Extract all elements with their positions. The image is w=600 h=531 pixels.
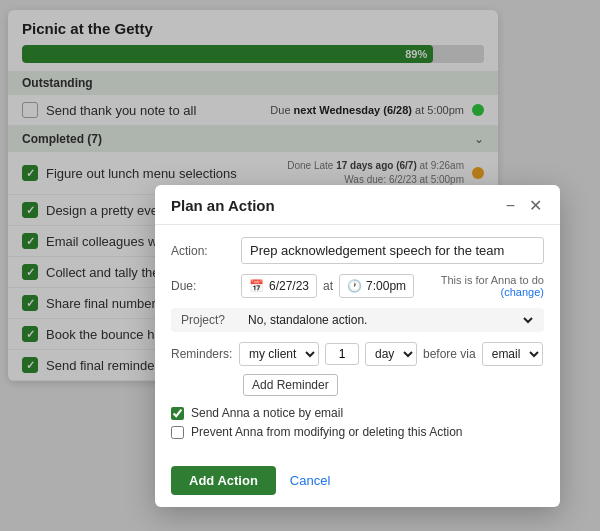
calendar-icon: 📅 xyxy=(249,279,264,293)
action-input[interactable] xyxy=(241,237,544,264)
due-row: Due: 📅 6/27/23 at 🕐 7:00pm This is for A… xyxy=(171,274,544,298)
reminder-who-select[interactable]: my client xyxy=(239,342,319,366)
change-link[interactable]: (change) xyxy=(501,286,544,298)
modal-title: Plan an Action xyxy=(171,197,275,214)
close-button[interactable]: ✕ xyxy=(527,198,544,214)
before-via-text: before via xyxy=(423,347,476,361)
due-label: Due: xyxy=(171,279,233,293)
checkbox-row-1: Send Anna a notice by email xyxy=(171,406,544,420)
modal-header: Plan an Action − ✕ xyxy=(155,185,560,225)
at-text: at xyxy=(323,279,333,293)
due-date-picker[interactable]: 📅 6/27/23 xyxy=(241,274,317,298)
prevent-modify-label: Prevent Anna from modifying or deleting … xyxy=(191,425,462,439)
action-label: Action: xyxy=(171,244,233,258)
reminder-channel-select[interactable]: email xyxy=(482,342,543,366)
due-inputs: 📅 6/27/23 at 🕐 7:00pm This is for Anna t… xyxy=(241,274,544,298)
add-reminder-button[interactable]: Add Reminder xyxy=(243,374,338,396)
checkbox-row-2: Prevent Anna from modifying or deleting … xyxy=(171,425,544,439)
send-notice-label: Send Anna a notice by email xyxy=(191,406,343,420)
plan-action-modal: Plan an Action − ✕ Action: Due: 📅 6/27/2… xyxy=(155,185,560,507)
modal-body: Action: Due: 📅 6/27/23 at 🕐 7:00pm This … xyxy=(155,225,560,456)
action-row: Action: xyxy=(171,237,544,264)
modal-controls: − ✕ xyxy=(504,198,544,214)
checkboxes-section: Send Anna a notice by email Prevent Anna… xyxy=(171,406,544,439)
reminders-row: Reminders: my client day before via emai… xyxy=(171,342,544,366)
reminder-unit-select[interactable]: day xyxy=(365,342,417,366)
for-anna-text: This is for Anna to do (change) xyxy=(420,274,544,298)
due-time-value: 7:00pm xyxy=(366,279,406,293)
due-date-value: 6/27/23 xyxy=(269,279,309,293)
send-notice-checkbox[interactable] xyxy=(171,407,184,420)
due-time-picker[interactable]: 🕐 7:00pm xyxy=(339,274,414,298)
add-action-button[interactable]: Add Action xyxy=(171,466,276,495)
project-label: Project? xyxy=(181,313,236,327)
cancel-button[interactable]: Cancel xyxy=(286,466,334,495)
minimize-button[interactable]: − xyxy=(504,198,517,214)
reminders-label: Reminders: xyxy=(171,347,233,361)
project-select[interactable]: No, standalone action. xyxy=(244,312,536,328)
project-row: Project? No, standalone action. xyxy=(171,308,544,332)
clock-icon: 🕐 xyxy=(347,279,362,293)
add-reminder-container: Add Reminder xyxy=(171,374,544,396)
reminder-num-input[interactable] xyxy=(325,343,359,365)
modal-footer: Add Action Cancel xyxy=(155,456,560,507)
prevent-modify-checkbox[interactable] xyxy=(171,426,184,439)
